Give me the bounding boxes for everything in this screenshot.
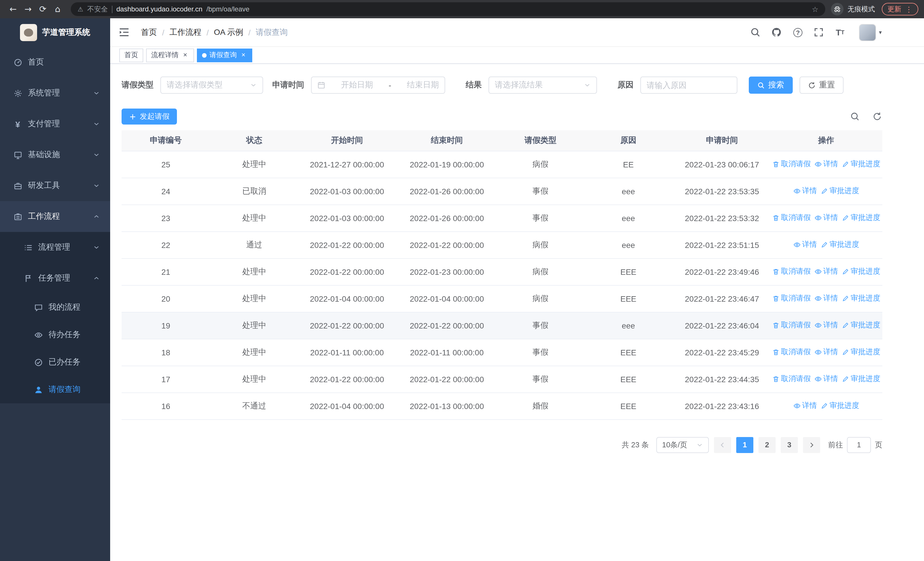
action-detail-link[interactable]: 详情 xyxy=(793,401,817,411)
security-label[interactable]: 不安全 xyxy=(87,4,108,14)
header-search-icon[interactable] xyxy=(750,27,761,38)
cell-applied: 2022-01-22 23:53:32 xyxy=(674,205,770,232)
reason-input[interactable] xyxy=(646,81,715,90)
sidebar-item-payment[interactable]: ¥支付管理 xyxy=(0,108,110,139)
action-cancel-link[interactable]: 取消请假 xyxy=(772,293,811,304)
table-row: 25处理中2021-12-27 00:00:002022-01-19 00:00… xyxy=(122,151,882,177)
goto-page-input[interactable] xyxy=(847,437,871,453)
cell-no: 25 xyxy=(122,151,210,177)
action-detail-link[interactable]: 详情 xyxy=(814,293,838,304)
browser-home-icon[interactable]: ⌂ xyxy=(50,2,65,17)
font-size-icon[interactable]: TT xyxy=(834,27,846,38)
github-icon[interactable] xyxy=(771,27,783,38)
sidebar-item-system[interactable]: 系统管理 xyxy=(0,78,110,108)
browser-forward-icon[interactable]: → xyxy=(21,2,35,17)
cell-start: 2022-01-22 00:00:00 xyxy=(298,312,396,339)
search-button[interactable]: 搜索 xyxy=(749,77,793,94)
close-icon[interactable]: × xyxy=(182,51,189,59)
col-header-reason: 原因 xyxy=(583,130,674,151)
sidebar-item-todo-tasks[interactable]: 待办任务 xyxy=(0,321,110,349)
action-detail-link[interactable]: 详情 xyxy=(814,213,838,223)
sidebar-item-label: 首页 xyxy=(28,57,44,68)
sidebar-item-label: 工作流程 xyxy=(28,211,60,222)
action-cancel-link[interactable]: 取消请假 xyxy=(772,213,811,223)
app-brand[interactable]: 芋道管理系统 xyxy=(0,18,110,47)
action-progress-link[interactable]: 审批进度 xyxy=(842,159,880,169)
help-icon[interactable]: ? xyxy=(792,27,804,38)
action-cancel-link[interactable]: 取消请假 xyxy=(772,347,811,357)
avatar[interactable] xyxy=(859,24,876,41)
start-date-placeholder[interactable]: 开始日期 xyxy=(341,80,373,90)
date-range-picker[interactable]: 开始日期 - 结束日期 xyxy=(311,77,445,94)
cell-start: 2022-01-22 00:00:00 xyxy=(298,258,396,285)
sidebar-toggle-icon[interactable] xyxy=(119,26,131,39)
browser-refresh-icon[interactable]: ⟳ xyxy=(35,2,50,17)
cell-reason: EEE xyxy=(583,393,674,419)
action-progress-link[interactable]: 审批进度 xyxy=(842,266,880,277)
action-progress-link[interactable]: 审批进度 xyxy=(820,240,859,250)
leave-table-header: 申请编号 状态 开始时间 结束时间 请假类型 原因 申请时间 操作 xyxy=(122,130,882,151)
end-date-placeholder[interactable]: 结束日期 xyxy=(407,80,439,90)
action-progress-link[interactable]: 审批进度 xyxy=(820,186,859,196)
tab-process-detail[interactable]: 流程详情 × xyxy=(146,48,194,62)
chevron-down-icon xyxy=(93,244,100,251)
breadcrumb-item-home[interactable]: 首页 xyxy=(141,27,157,38)
tab-home[interactable]: 首页 xyxy=(119,48,143,62)
eye-icon xyxy=(814,214,822,222)
sidebar-item-workflow[interactable]: 工作流程 xyxy=(0,201,110,232)
sidebar-item-task-mgmt[interactable]: 任务管理 xyxy=(0,263,110,294)
action-detail-link[interactable]: 详情 xyxy=(814,374,838,384)
action-detail-link[interactable]: 详情 xyxy=(793,186,817,196)
refresh-table-icon[interactable] xyxy=(872,111,882,122)
prev-page-button[interactable] xyxy=(714,437,731,453)
bookmark-star-icon[interactable]: ☆ xyxy=(812,5,818,14)
action-progress-link[interactable]: 审批进度 xyxy=(842,213,880,223)
sidebar-item-home[interactable]: 首页 xyxy=(0,47,110,78)
chevron-down-icon xyxy=(584,82,591,89)
action-progress-link[interactable]: 审批进度 xyxy=(842,374,880,384)
action-cancel-link[interactable]: 取消请假 xyxy=(772,159,811,169)
breadcrumb-item-oa-example[interactable]: OA 示例 xyxy=(214,27,243,38)
page-button-2[interactable]: 2 xyxy=(759,437,776,453)
action-cancel-link[interactable]: 取消请假 xyxy=(772,266,811,277)
user-icon xyxy=(33,385,44,394)
page-list: 123 xyxy=(736,437,798,453)
hide-search-icon[interactable] xyxy=(850,111,860,122)
fullscreen-icon[interactable] xyxy=(813,27,825,38)
browser-update-button[interactable]: 更新 ⋮ xyxy=(882,3,918,15)
chevron-down-icon xyxy=(250,82,257,89)
sidebar-item-infra[interactable]: 基础设施 xyxy=(0,139,110,170)
reset-button[interactable]: 重置 xyxy=(800,77,843,94)
result-select[interactable]: 请选择流结果 xyxy=(489,77,597,94)
action-progress-link[interactable]: 审批进度 xyxy=(842,320,880,331)
address-bar[interactable]: ⚠ 不安全 dashboard.yudao.iocoder.cn/bpm/oa/… xyxy=(71,2,825,16)
action-progress-link[interactable]: 审批进度 xyxy=(842,347,880,357)
page-size-select[interactable]: 10条/页 xyxy=(656,437,709,453)
browser-back-icon[interactable]: ← xyxy=(6,2,21,17)
create-leave-button[interactable]: 发起请假 xyxy=(122,108,177,125)
leave-type-select[interactable]: 请选择请假类型 xyxy=(160,77,263,94)
action-progress-link[interactable]: 审批进度 xyxy=(842,293,880,304)
action-detail-link[interactable]: 详情 xyxy=(793,240,817,250)
action-progress-link[interactable]: 审批进度 xyxy=(820,401,859,411)
breadcrumb-item-workflow[interactable]: 工作流程 xyxy=(170,27,201,38)
col-header-start: 开始时间 xyxy=(298,130,396,151)
action-detail-link[interactable]: 详情 xyxy=(814,266,838,277)
action-cancel-link[interactable]: 取消请假 xyxy=(772,320,811,331)
action-detail-link[interactable]: 详情 xyxy=(814,347,838,357)
page-button-1[interactable]: 1 xyxy=(736,437,753,453)
tab-leave-query[interactable]: 请假查询 × xyxy=(197,48,252,62)
user-menu[interactable]: ▾ xyxy=(859,24,882,41)
next-page-button[interactable] xyxy=(803,437,820,453)
sidebar-item-process-mgmt[interactable]: 流程管理 xyxy=(0,232,110,263)
page-button-3[interactable]: 3 xyxy=(781,437,798,453)
browser-menu-kebab-icon[interactable]: ⋮ xyxy=(905,5,913,14)
action-detail-link[interactable]: 详情 xyxy=(814,320,838,331)
action-detail-link[interactable]: 详情 xyxy=(814,159,838,169)
sidebar-item-leave-query[interactable]: 请假查询 xyxy=(0,376,110,403)
sidebar-item-done-tasks[interactable]: 已办任务 xyxy=(0,349,110,376)
close-icon[interactable]: × xyxy=(240,51,247,59)
sidebar-item-devtools[interactable]: 研发工具 xyxy=(0,170,110,201)
action-cancel-link[interactable]: 取消请假 xyxy=(772,374,811,384)
sidebar-item-my-process[interactable]: 我的流程 xyxy=(0,294,110,321)
